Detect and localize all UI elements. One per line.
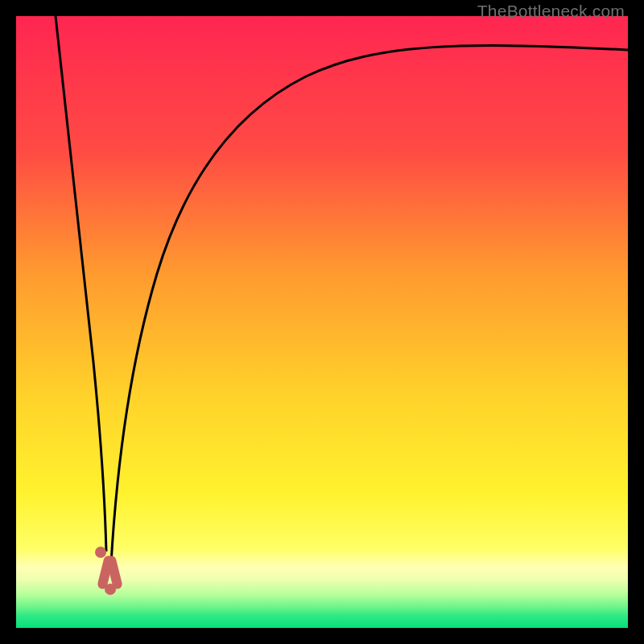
curve-left-branch [56,16,106,551]
svg-point-4 [105,584,116,595]
dip-marker-left [95,547,106,558]
curve-layer [16,16,628,628]
curve-right-branch [111,46,628,564]
svg-point-1 [95,547,106,558]
dip-marker-v [97,555,123,595]
watermark-text: TheBottleneck.com [477,2,625,21]
